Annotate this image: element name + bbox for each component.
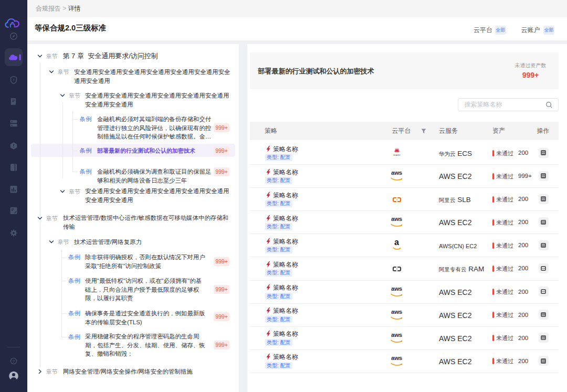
svg-text:?: ?: [13, 359, 15, 364]
svg-text:HUAWEI: HUAWEI: [393, 154, 401, 156]
